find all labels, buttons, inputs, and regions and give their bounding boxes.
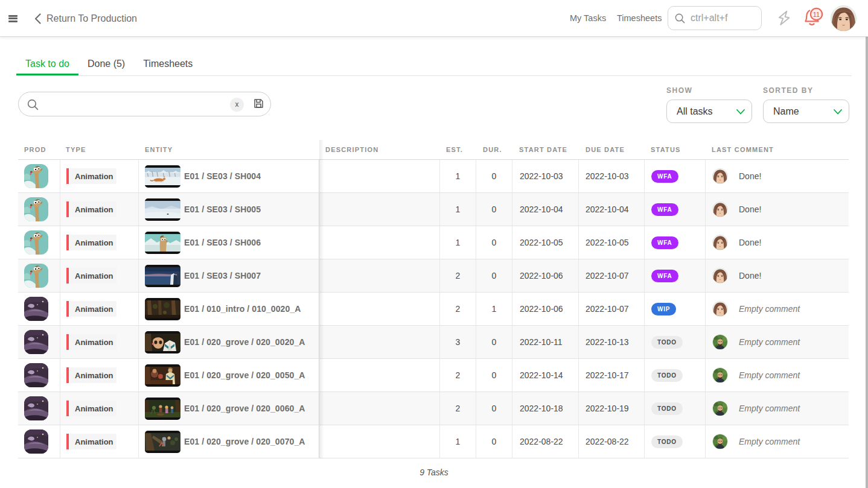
svg-text:11: 11	[813, 11, 820, 18]
